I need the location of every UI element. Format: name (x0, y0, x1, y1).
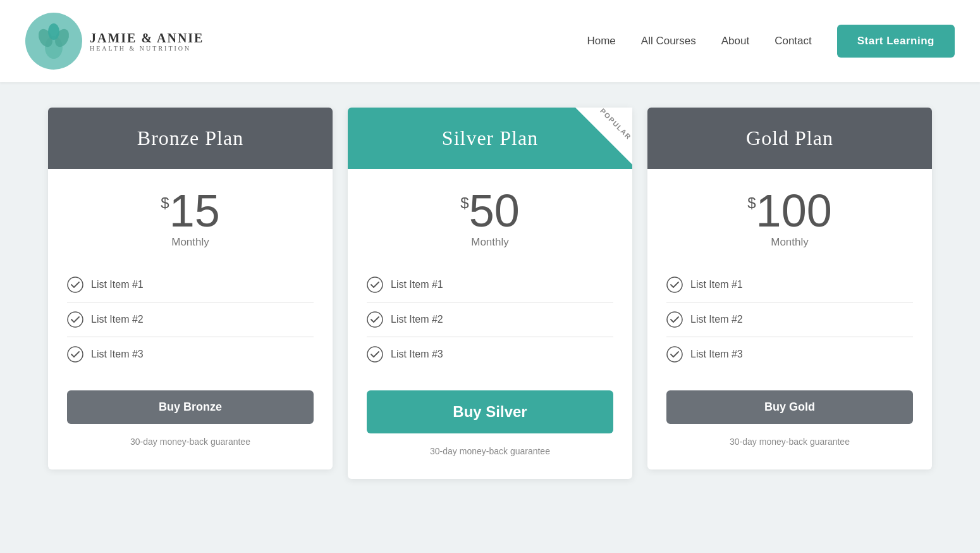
bronze-guarantee: 30-day money-back guarantee (67, 437, 314, 447)
check-icon (367, 311, 383, 328)
feature-label: List Item #2 (91, 314, 144, 325)
svg-point-11 (667, 312, 682, 327)
list-item: List Item #2 (367, 302, 613, 337)
svg-point-10 (667, 277, 682, 292)
gold-price-row: $ 100 (666, 188, 913, 233)
nav: Home All Courses About Contact Start Lea… (587, 25, 955, 58)
feature-label: List Item #3 (91, 349, 144, 360)
svg-point-3 (48, 23, 59, 40)
logo-text: JAMIE & ANNIE HEALTH & NUTRITION (90, 31, 204, 52)
nav-home[interactable]: Home (587, 35, 615, 47)
silver-price-section: $ 50 Monthly (367, 188, 613, 249)
brand-name: JAMIE & ANNIE (90, 31, 204, 45)
svg-point-4 (68, 277, 83, 292)
list-item: List Item #3 (666, 337, 913, 371)
bronze-price-section: $ 15 Monthly (67, 188, 314, 249)
nav-all-courses[interactable]: All Courses (641, 35, 696, 47)
svg-point-5 (68, 312, 83, 327)
silver-price-period: Monthly (367, 236, 613, 249)
gold-guarantee: 30-day money-back guarantee (666, 437, 913, 447)
logo-circle (25, 13, 82, 70)
gold-card-header: Gold Plan (647, 108, 932, 169)
feature-label: List Item #2 (391, 314, 443, 325)
gold-feature-list: List Item #1 List Item #2 List Item #3 (666, 268, 913, 371)
list-item: List Item #2 (666, 302, 913, 337)
list-item: List Item #1 (67, 268, 314, 302)
silver-guarantee: 30-day money-back guarantee (367, 446, 613, 456)
list-item: List Item #3 (367, 337, 613, 371)
check-icon (666, 311, 683, 328)
feature-label: List Item #1 (690, 279, 743, 290)
feature-label: List Item #2 (690, 314, 743, 325)
logo: JAMIE & ANNIE HEALTH & NUTRITION (25, 13, 204, 70)
buy-silver-button[interactable]: Buy Silver (367, 390, 613, 433)
list-item: List Item #1 (666, 268, 913, 302)
bronze-plan-card: Bronze Plan $ 15 Monthly List Item #1 (48, 108, 333, 469)
nav-contact[interactable]: Contact (775, 35, 812, 47)
gold-price-section: $ 100 Monthly (666, 188, 913, 249)
silver-card-body: $ 50 Monthly List Item #1 (348, 169, 632, 479)
brand-sub: HEALTH & NUTRITION (90, 45, 204, 52)
bronze-price-amount: 15 (169, 188, 220, 233)
bronze-card-header: Bronze Plan (48, 108, 333, 169)
check-icon (666, 346, 683, 363)
gold-plan-title: Gold Plan (660, 127, 919, 150)
bronze-price-period: Monthly (67, 236, 314, 249)
svg-point-8 (367, 312, 383, 327)
list-item: List Item #1 (367, 268, 613, 302)
silver-plan-card: Silver Plan POPULAR $ 50 Monthly L (348, 108, 632, 479)
bronze-card-body: $ 15 Monthly List Item #1 (48, 169, 333, 469)
buy-bronze-button[interactable]: Buy Bronze (67, 390, 314, 424)
svg-point-12 (667, 347, 682, 362)
feature-label: List Item #1 (91, 279, 144, 290)
header: JAMIE & ANNIE HEALTH & NUTRITION Home Al… (0, 0, 980, 82)
svg-point-9 (367, 347, 383, 362)
bronze-feature-list: List Item #1 List Item #2 List Item #3 (67, 268, 314, 371)
bronze-plan-title: Bronze Plan (61, 127, 320, 150)
silver-feature-list: List Item #1 List Item #2 List Item #3 (367, 268, 613, 371)
feature-label: List Item #3 (391, 349, 443, 360)
gold-plan-card: Gold Plan $ 100 Monthly List Item #1 (647, 108, 932, 469)
feature-label: List Item #3 (690, 349, 743, 360)
silver-card-header: Silver Plan POPULAR (348, 108, 632, 169)
check-icon (367, 276, 383, 293)
check-icon (666, 276, 683, 293)
check-icon (67, 311, 83, 328)
feature-label: List Item #1 (391, 279, 443, 290)
list-item: List Item #3 (67, 337, 314, 371)
check-icon (67, 276, 83, 293)
silver-price-row: $ 50 (367, 188, 613, 233)
svg-point-6 (68, 347, 83, 362)
gold-price-amount: 100 (756, 188, 832, 233)
svg-point-7 (367, 277, 383, 292)
check-icon (367, 346, 383, 363)
list-item: List Item #2 (67, 302, 314, 337)
bronze-price-row: $ 15 (67, 188, 314, 233)
buy-gold-button[interactable]: Buy Gold (666, 390, 913, 424)
gold-price-period: Monthly (666, 236, 913, 249)
popular-badge: POPULAR (575, 108, 632, 165)
silver-price-amount: 50 (469, 188, 520, 233)
popular-badge-text: POPULAR (599, 108, 632, 141)
gold-card-body: $ 100 Monthly List Item #1 (647, 169, 932, 469)
gold-price-dollar: $ (747, 194, 756, 212)
nav-about[interactable]: About (721, 35, 749, 47)
silver-price-dollar: $ (460, 194, 469, 212)
check-icon (67, 346, 83, 363)
bronze-price-dollar: $ (161, 194, 169, 212)
start-learning-button[interactable]: Start Learning (837, 25, 955, 58)
pricing-section: Bronze Plan $ 15 Monthly List Item #1 (0, 82, 980, 504)
